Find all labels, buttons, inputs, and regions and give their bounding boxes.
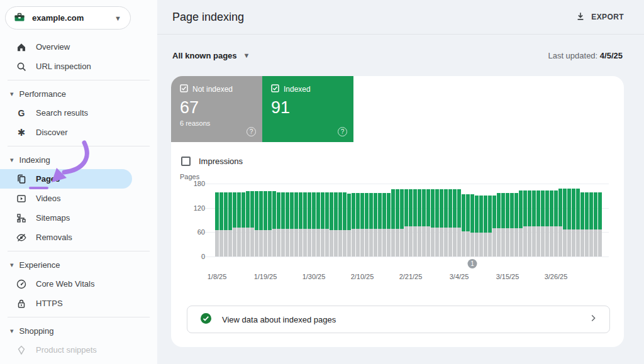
chart-bar[interactable] [378, 193, 382, 256]
sidebar-item-discover[interactable]: ✱ Discover [0, 123, 157, 142]
chart-bar[interactable] [281, 192, 285, 256]
chart-bar[interactable] [528, 190, 531, 256]
chart-bar[interactable] [299, 192, 303, 256]
chart-bar[interactable] [589, 192, 593, 256]
sidebar-item-https[interactable]: HTTPS [0, 294, 157, 313]
chart-bar[interactable] [277, 192, 280, 256]
chart-bar[interactable] [563, 189, 567, 256]
chart-bar[interactable] [242, 192, 245, 256]
chart-bar[interactable] [514, 193, 518, 256]
chart-bar[interactable] [382, 193, 386, 256]
chart-bar[interactable] [532, 190, 536, 256]
chart-bar[interactable] [422, 189, 426, 256]
chart-bar[interactable] [594, 192, 597, 256]
chart-bar[interactable] [219, 192, 223, 256]
chart-bar[interactable] [228, 192, 232, 256]
chart-bar[interactable] [475, 196, 479, 256]
chart-bar[interactable] [352, 193, 355, 256]
chart-bar[interactable] [567, 189, 571, 256]
sidebar-section-experience[interactable]: ▾ Experience [0, 255, 157, 274]
chart-bar[interactable] [330, 192, 333, 256]
chart-bar[interactable] [268, 191, 272, 256]
chart-bar[interactable] [488, 196, 492, 256]
chart-bar[interactable] [453, 189, 457, 256]
chart-bar[interactable] [435, 189, 439, 256]
chart-bar[interactable] [290, 192, 294, 256]
chart-bar[interactable] [233, 192, 236, 256]
export-button[interactable]: EXPORT [575, 11, 624, 23]
chart-bar[interactable] [479, 196, 483, 256]
chart-bar[interactable] [308, 192, 311, 256]
chart-bar[interactable] [387, 193, 391, 256]
sidebar-item-product-snippets[interactable]: Product snippets [0, 340, 157, 360]
chart-bar[interactable] [365, 193, 369, 256]
chart-bar[interactable] [585, 192, 589, 256]
chart-bar[interactable] [250, 191, 254, 256]
chart-bar[interactable] [272, 191, 276, 256]
chart-bar[interactable] [369, 193, 373, 256]
chart-bar[interactable] [440, 189, 443, 256]
indexed-card[interactable]: Indexed 91 ? [262, 76, 353, 142]
chart-bar[interactable] [572, 189, 575, 256]
chart-bar[interactable] [444, 189, 448, 256]
chart-bar[interactable] [466, 194, 470, 256]
checkbox-checked-icon[interactable] [180, 84, 188, 94]
chart-bar[interactable] [497, 193, 501, 256]
chart-bar[interactable] [501, 193, 505, 256]
chart-bar[interactable] [347, 194, 351, 257]
property-selector[interactable]: example.com ▼ [5, 6, 131, 30]
chart-bar[interactable] [400, 189, 404, 256]
sidebar-item-url-inspection[interactable]: URL inspection [0, 57, 157, 76]
chart-bar[interactable] [338, 192, 342, 256]
chart-bar[interactable] [576, 189, 580, 256]
chart-bar[interactable] [255, 191, 258, 256]
chart-bar[interactable] [523, 190, 527, 256]
chart-bar[interactable] [391, 189, 395, 256]
chart-bar[interactable] [264, 191, 267, 256]
chart-bar[interactable] [418, 189, 421, 256]
chart-bar[interactable] [554, 190, 558, 256]
sidebar-item-removals[interactable]: Removals [0, 228, 157, 247]
chart-bar[interactable] [426, 189, 430, 256]
chart-bar[interactable] [457, 189, 461, 256]
chart-bar[interactable] [316, 192, 320, 256]
chart-bar[interactable] [519, 190, 523, 256]
chart-bar[interactable] [484, 196, 487, 256]
not-indexed-card[interactable]: Not indexed 67 6 reasons ? [171, 76, 262, 142]
chart-bar[interactable] [396, 189, 399, 256]
page-filter-dropdown[interactable]: All known pages ▼ [172, 51, 250, 60]
chart-bar[interactable] [356, 193, 360, 256]
checkbox-checked-icon[interactable] [271, 84, 279, 94]
chart-bar[interactable] [404, 189, 408, 256]
view-indexed-data-button[interactable]: View data about indexed pages [187, 306, 610, 333]
chart-bar[interactable] [215, 192, 219, 256]
sidebar-item-sitemaps[interactable]: Sitemaps [0, 208, 157, 228]
sidebar-item-overview[interactable]: Overview [0, 37, 157, 57]
chart-bar[interactable] [343, 192, 347, 256]
chart-bar[interactable] [325, 192, 329, 256]
chart-bar[interactable] [246, 191, 250, 256]
reasons-link[interactable]: 6 reasons [180, 119, 255, 127]
chart-bar[interactable] [470, 194, 474, 256]
chart-bar[interactable] [286, 192, 289, 256]
chart-bar[interactable] [334, 192, 338, 256]
chart-bar[interactable] [558, 189, 562, 256]
impressions-checkbox[interactable] [181, 157, 191, 166]
sidebar-section-indexing[interactable]: ▾ Indexing [0, 150, 157, 169]
chart-bar[interactable] [506, 193, 509, 256]
help-icon[interactable]: ? [247, 127, 256, 136]
help-icon[interactable]: ? [338, 127, 347, 136]
sidebar-item-search-results[interactable]: G Search results [0, 103, 157, 123]
chart-bar[interactable] [545, 190, 549, 256]
chart-bar[interactable] [550, 190, 553, 256]
sidebar-item-core-web-vitals[interactable]: Core Web Vitals [0, 274, 157, 294]
chart-bar[interactable] [374, 193, 377, 256]
chart-bar[interactable] [431, 189, 435, 256]
sidebar-section-shopping[interactable]: ▾ Shopping [0, 321, 157, 340]
sidebar-item-pages[interactable]: Pages [0, 169, 132, 189]
sidebar-section-performance[interactable]: ▾ Performance [0, 84, 157, 103]
chart-bar[interactable] [510, 193, 514, 256]
chart-bar[interactable] [237, 192, 241, 256]
chart-bar[interactable] [321, 192, 325, 256]
chart-bar[interactable] [462, 194, 465, 256]
